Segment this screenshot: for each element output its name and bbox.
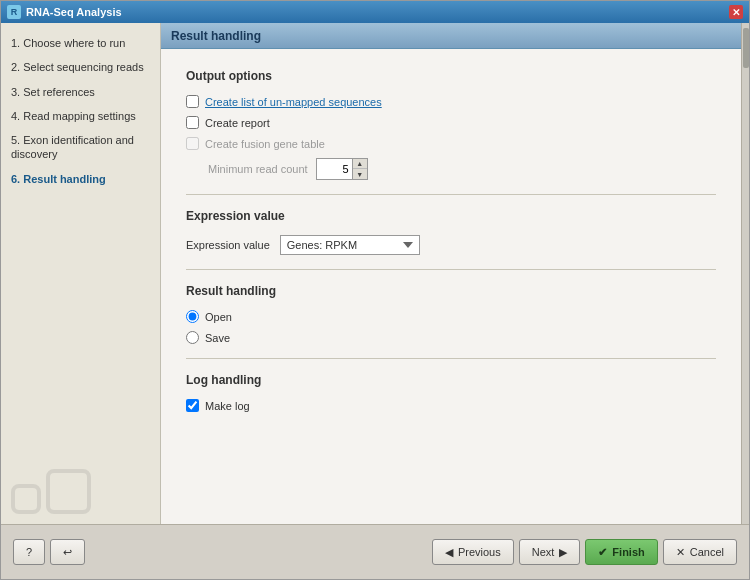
titlebar: R RNA-Seq Analysis ✕ [1, 1, 749, 23]
previous-button[interactable]: ◀ Previous [432, 539, 514, 565]
sidebar-item-exon-identification[interactable]: 5. Exon identification and discovery [1, 128, 160, 167]
main-content: 1. Choose where to run 2. Select sequenc… [1, 23, 749, 524]
right-panel: Result handling Output options Create li… [161, 23, 741, 524]
makelog-row: Make log [186, 399, 716, 412]
log-handling-title: Log handling [186, 373, 716, 387]
cancel-icon: ✕ [676, 546, 685, 559]
makelog-label[interactable]: Make log [205, 400, 250, 412]
deco-icon-small [11, 484, 41, 514]
window-title: RNA-Seq Analysis [26, 6, 122, 18]
main-window: R RNA-Seq Analysis ✕ 1. Choose where to … [0, 0, 750, 580]
sidebar: 1. Choose where to run 2. Select sequenc… [1, 23, 161, 524]
open-label[interactable]: Open [205, 311, 232, 323]
divider-1 [186, 194, 716, 195]
next-icon: ▶ [559, 546, 567, 559]
panel-header: Result handling [161, 23, 741, 49]
save-radio[interactable] [186, 331, 199, 344]
unmapped-checkbox[interactable] [186, 95, 199, 108]
report-checkbox[interactable] [186, 116, 199, 129]
fusion-label: Create fusion gene table [205, 138, 325, 150]
spinbox-row: Minimum read count ▲ ▼ [186, 158, 716, 180]
expression-value-select[interactable]: Genes: RPKM Genes: TPM Exons: RPKM [280, 235, 420, 255]
restore-icon: ↩ [63, 546, 72, 559]
report-label[interactable]: Create report [205, 117, 270, 129]
unmapped-row: Create list of un-mapped sequences [186, 95, 716, 108]
footer-right: ◀ Previous Next ▶ ✔ Finish ✕ Cancel [432, 539, 737, 565]
divider-3 [186, 358, 716, 359]
sidebar-decorations [11, 469, 91, 514]
open-radio[interactable] [186, 310, 199, 323]
spinbox-label: Minimum read count [208, 163, 308, 175]
close-button[interactable]: ✕ [729, 5, 743, 19]
result-handling-title: Result handling [186, 284, 716, 298]
save-radio-row: Save [186, 331, 716, 344]
output-options-title: Output options [186, 69, 716, 83]
fusion-checkbox[interactable] [186, 137, 199, 150]
open-radio-row: Open [186, 310, 716, 323]
save-label[interactable]: Save [205, 332, 230, 344]
footer: ? ↩ ◀ Previous Next ▶ ✔ Finish ✕ Cancel [1, 524, 749, 579]
divider-2 [186, 269, 716, 270]
prev-icon: ◀ [445, 546, 453, 559]
restore-button[interactable]: ↩ [50, 539, 85, 565]
fusion-row: Create fusion gene table [186, 137, 716, 150]
next-button[interactable]: Next ▶ [519, 539, 581, 565]
titlebar-left: R RNA-Seq Analysis [7, 5, 122, 19]
app-icon: R [7, 5, 21, 19]
panel-body: Output options Create list of un-mapped … [161, 49, 741, 524]
spinbox: ▲ ▼ [316, 158, 368, 180]
unmapped-label[interactable]: Create list of un-mapped sequences [205, 96, 382, 108]
scrollbar-thumb [743, 28, 749, 68]
sidebar-item-choose-where[interactable]: 1. Choose where to run [1, 31, 160, 55]
spinbox-input[interactable] [317, 159, 352, 179]
help-button[interactable]: ? [13, 539, 45, 565]
expression-value-row: Expression value Genes: RPKM Genes: TPM … [186, 235, 716, 255]
deco-icon-large [46, 469, 91, 514]
finish-button[interactable]: ✔ Finish [585, 539, 657, 565]
sidebar-item-select-reads[interactable]: 2. Select sequencing reads [1, 55, 160, 79]
cancel-button[interactable]: ✕ Cancel [663, 539, 737, 565]
footer-left: ? ↩ [13, 539, 85, 565]
expression-value-title: Expression value [186, 209, 716, 223]
spinbox-buttons: ▲ ▼ [352, 159, 367, 179]
sidebar-item-set-references[interactable]: 3. Set references [1, 80, 160, 104]
sidebar-item-read-mapping[interactable]: 4. Read mapping settings [1, 104, 160, 128]
scrollbar[interactable] [741, 23, 749, 524]
panel-title: Result handling [171, 29, 261, 43]
spinbox-up-button[interactable]: ▲ [353, 159, 367, 169]
finish-icon: ✔ [598, 546, 607, 559]
makelog-checkbox[interactable] [186, 399, 199, 412]
spinbox-down-button[interactable]: ▼ [353, 169, 367, 179]
report-row: Create report [186, 116, 716, 129]
expression-value-label: Expression value [186, 239, 270, 251]
sidebar-item-result-handling[interactable]: 6. Result handling [1, 167, 160, 191]
